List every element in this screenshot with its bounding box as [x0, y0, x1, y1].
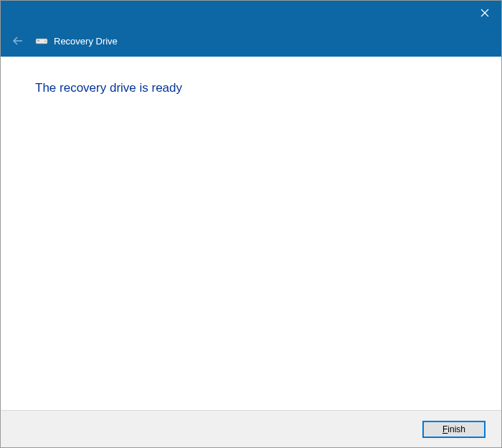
close-button[interactable]: [468, 1, 501, 25]
page-heading: The recovery drive is ready: [35, 81, 467, 95]
back-arrow-icon: [11, 34, 24, 47]
footer-bar: Finish: [1, 410, 501, 447]
finish-button-rest: inish: [447, 424, 465, 434]
back-button: [9, 32, 27, 49]
wizard-title: Recovery Drive: [54, 36, 118, 47]
titlebar: [1, 1, 501, 25]
drive-icon: [35, 36, 48, 46]
finish-button[interactable]: Finish: [422, 421, 486, 438]
wizard-header: Recovery Drive: [1, 25, 501, 57]
content-area: The recovery drive is ready: [1, 57, 501, 411]
svg-point-5: [44, 41, 46, 42]
close-icon: [480, 9, 489, 17]
svg-rect-4: [37, 40, 39, 42]
